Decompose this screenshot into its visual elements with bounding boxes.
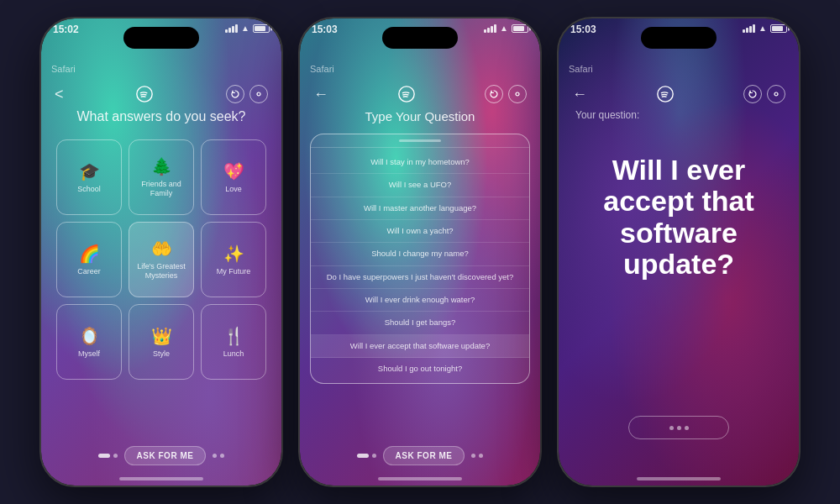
category-mysteries[interactable]: 🤲 Life's Greatest Mysteries [129,222,194,297]
category-friends-label: Friends and Family [134,180,188,198]
ask-me-button-2[interactable]: ASK FOR ME [383,446,465,465]
safari-bar-2: Safari [300,57,540,81]
bottom-bar-2: ASK FOR ME [300,446,540,465]
home-indicator-2 [378,477,462,480]
nav-icons-1 [226,85,268,103]
status-icons-2: ▲ [484,24,528,33]
svg-point-3 [516,92,519,96]
category-career[interactable]: 🌈 Career [56,222,122,297]
question-item-3[interactable]: Will I own a yacht? [311,220,529,243]
category-love[interactable]: 💖 Love [201,139,266,215]
status-icons-3: ▲ [743,24,787,33]
status-time-3: 15:03 [570,24,596,35]
category-love-label: Love [225,185,242,194]
signal-icon-2 [484,24,496,33]
phone-1: 15:02 ▲ Safari < [39,17,283,487]
spotify-logo-3 [656,85,675,103]
nav-icon-circle-2b[interactable] [508,85,527,103]
safari-bar-1: Safari [41,57,281,81]
pagination-2 [357,454,376,458]
nav-icons-3 [743,85,785,103]
phone2-title: Type Your Question [365,109,475,123]
question-item-0[interactable]: Will I stay in my hometown? [311,151,529,174]
category-grid: 🎓 School 🌲 Friends and Family 💖 Love 🌈 C… [56,139,266,380]
app-nav-1: < [41,79,281,109]
battery-icon-2 [512,24,528,33]
dynamic-island-1 [123,27,199,49]
rotate-icon-2 [490,90,498,98]
back-button-1[interactable]: < [55,86,64,103]
dynamic-island-3 [641,27,717,49]
category-lunch-label: Lunch [223,349,244,359]
result-pill[interactable] [628,416,729,439]
question-item-1[interactable]: Will I see a UFO? [311,174,529,197]
rotate-icon-1 [231,90,239,98]
svg-point-5 [774,92,778,96]
category-style[interactable]: 👑 Style [129,304,194,380]
question-item-2[interactable]: Will I master another language? [311,197,529,220]
question-item-7[interactable]: Should I get bangs? [311,312,529,334]
question-item-8[interactable]: Will I ever accept that software update? [311,335,529,358]
status-icons-1: ▲ [225,24,270,33]
home-indicator-1 [119,477,203,480]
share-icon-1 [255,90,263,98]
scroll-top-bar [311,134,529,148]
svg-point-1 [257,92,260,96]
phone1-title: What answers do you seek? [77,109,246,124]
safari-label-2: Safari [310,64,334,74]
dynamic-island-2 [382,27,458,49]
category-myself[interactable]: 🪞 Myself [56,304,122,380]
wifi-icon-2: ▲ [500,24,508,33]
share-icon-3 [772,90,780,98]
spotify-logo-2 [397,85,416,103]
nav-icon-circle-2a[interactable] [485,85,503,103]
app-nav-3: ← [559,79,799,109]
share-icon-2 [513,90,522,98]
back-button-3[interactable]: ← [572,86,587,103]
question-item-6[interactable]: Will I ever drink enough water? [311,289,529,312]
result-answer: Will I ever accept that software update? [575,155,782,281]
safari-label-3: Safari [569,64,593,74]
category-school-label: School [77,185,101,194]
phone2-content: Type Your Question Will I stay in my hom… [300,109,540,435]
question-item-5[interactable]: Do I have superpowers I just haven't dis… [311,266,529,289]
phone-3: 15:03 ▲ Safari ← [557,17,801,487]
category-school[interactable]: 🎓 School [56,139,122,215]
question-list: Will I stay in my hometown? Will I see a… [311,148,529,383]
category-lunch[interactable]: 🍴 Lunch [201,304,266,380]
signal-icon-1 [225,24,238,33]
phone-2-screen: 15:03 ▲ Safari ← [300,18,540,486]
category-style-label: Style [153,349,170,359]
pagination-1b [213,454,224,458]
wifi-icon-1: ▲ [241,24,249,33]
phone-1-screen: 15:02 ▲ Safari < [41,18,281,486]
result-label: Your question: [575,109,639,121]
rotate-icon-3 [748,90,757,98]
nav-icon-circle-3a[interactable] [743,85,762,103]
phone-3-screen: 15:03 ▲ Safari ← [559,18,799,486]
category-future[interactable]: ✨ My Future [201,222,266,297]
wifi-icon-3: ▲ [759,24,767,33]
safari-label-1: Safari [51,64,76,74]
question-scroll-container[interactable]: Will I stay in my hometown? Will I see a… [310,134,530,384]
ask-me-button-1[interactable]: ASK FOR ME [124,446,207,465]
safari-bar-3: Safari [559,57,799,81]
question-item-4[interactable]: Should I change my name? [311,243,529,265]
signal-icon-3 [743,24,755,33]
home-indicator-3 [637,477,721,480]
back-button-2[interactable]: ← [313,86,328,103]
nav-icon-circle-1b[interactable] [249,85,268,103]
spotify-logo-1 [135,85,154,103]
status-time-2: 15:03 [312,24,338,35]
status-time-1: 15:02 [53,24,79,35]
pagination-2b [471,454,483,458]
category-myself-label: Myself [78,349,100,359]
nav-icons-2 [485,85,527,103]
nav-icon-circle-1a[interactable] [226,85,244,103]
category-friends[interactable]: 🌲 Friends and Family [129,139,194,215]
nav-icon-circle-3b[interactable] [767,85,785,103]
question-item-9[interactable]: Should I go out tonight? [311,358,529,380]
category-mysteries-label: Life's Greatest Mysteries [134,262,188,281]
category-career-label: Career [77,267,101,276]
battery-icon-1 [253,24,270,33]
